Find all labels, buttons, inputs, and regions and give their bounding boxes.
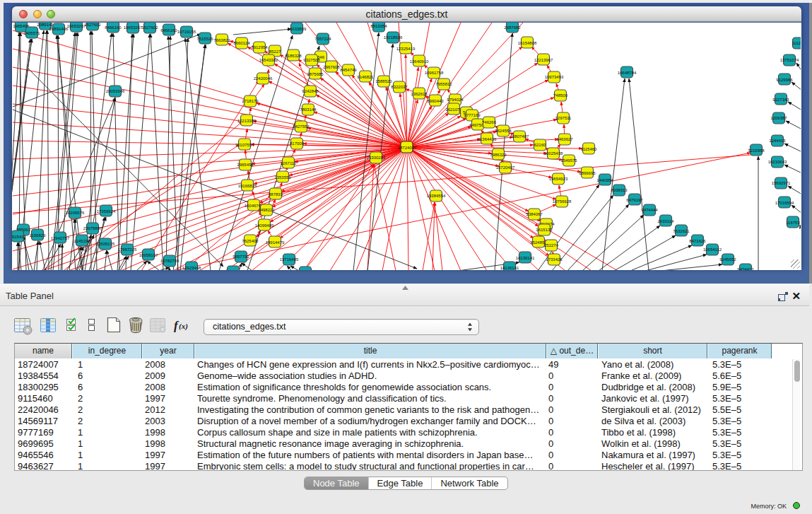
svg-text:8938913: 8938913 (611, 188, 628, 192)
svg-text:817008: 817008 (290, 141, 305, 146)
svg-text:1297511: 1297511 (555, 116, 572, 120)
svg-text:9146821: 9146821 (357, 75, 374, 79)
svg-text:6899695: 6899695 (579, 171, 596, 175)
svg-text:8912954: 8912954 (251, 45, 268, 49)
svg-text:2933114: 2933114 (658, 219, 675, 223)
svg-text:13640910: 13640910 (410, 59, 429, 64)
svg-text:21364436: 21364436 (478, 137, 497, 141)
svg-text:1440954: 1440954 (596, 178, 613, 182)
svg-text:(x): (x) (179, 322, 188, 331)
svg-text:8186328: 8186328 (285, 54, 302, 58)
svg-text:10719155: 10719155 (177, 30, 196, 34)
svg-text:10973493: 10973493 (545, 75, 564, 79)
svg-text:20891406: 20891406 (49, 27, 69, 31)
svg-text:8427552: 8427552 (293, 124, 310, 129)
svg-text:2718179: 2718179 (242, 99, 259, 103)
svg-text:17957225: 17957225 (118, 247, 137, 252)
svg-text:16782759: 16782759 (160, 259, 180, 263)
svg-text:12942757: 12942757 (51, 236, 70, 240)
svg-text:10653267: 10653267 (67, 24, 86, 28)
svg-text:85227: 85227 (269, 49, 281, 54)
svg-text:7632621: 7632621 (673, 229, 690, 233)
svg-text:1405571: 1405571 (23, 31, 40, 35)
svg-text:5384067: 5384067 (526, 212, 543, 216)
svg-text:6466160: 6466160 (160, 28, 177, 33)
svg-text:1965496: 1965496 (237, 163, 254, 167)
svg-text:13751074: 13751074 (780, 58, 799, 62)
svg-text:1244415: 1244415 (769, 139, 786, 143)
svg-text:7663822: 7663822 (213, 38, 230, 42)
svg-text:8466160: 8466160 (105, 25, 122, 30)
svg-text:252274: 252274 (544, 243, 559, 247)
svg-text:12923448: 12923448 (182, 266, 201, 270)
svg-text:7803144: 7803144 (300, 107, 317, 112)
svg-text:8471626: 8471626 (689, 239, 706, 243)
svg-text:1463627: 1463627 (556, 137, 573, 141)
svg-text:111243: 111243 (792, 41, 801, 45)
svg-text:14914479: 14914479 (266, 240, 285, 245)
svg-text:9129966: 9129966 (776, 78, 793, 82)
svg-text:7955812: 7955812 (435, 82, 452, 86)
svg-text:12213967: 12213967 (534, 58, 553, 62)
svg-text:16648784: 16648784 (618, 71, 637, 75)
svg-text:9242848: 9242848 (302, 89, 319, 93)
svg-text:12325419: 12325419 (396, 47, 416, 51)
svg-text:10653267: 10653267 (124, 25, 143, 30)
svg-text:10961758: 10961758 (425, 71, 444, 75)
svg-text:10654112: 10654112 (703, 247, 722, 252)
svg-text:14136141: 14136141 (500, 266, 519, 270)
svg-text:16033809: 16033809 (288, 27, 307, 31)
svg-text:15692971: 15692971 (772, 181, 791, 185)
svg-text:9794024: 9794024 (447, 98, 464, 102)
svg-text:9227343: 9227343 (772, 98, 789, 102)
svg-text:10756928: 10756928 (553, 199, 572, 204)
svg-text:16543382: 16543382 (259, 58, 278, 62)
svg-text:3915411: 3915411 (12, 235, 26, 239)
svg-text:16154808: 16154808 (518, 41, 537, 45)
svg-text:20053346: 20053346 (106, 89, 125, 93)
svg-text:1156829: 1156829 (30, 233, 47, 238)
svg-text:1615132: 1615132 (536, 228, 553, 232)
svg-text:14099489: 14099489 (255, 223, 274, 228)
svg-text:19654923: 19654923 (549, 177, 568, 181)
svg-text:17359924: 17359924 (97, 209, 116, 214)
svg-text:2967608: 2967608 (323, 65, 340, 69)
svg-text:22420046: 22420046 (254, 76, 273, 81)
svg-text:12213389: 12213389 (237, 119, 257, 123)
svg-text:15720407: 15720407 (496, 165, 515, 170)
svg-text:14136141: 14136141 (516, 256, 535, 260)
svg-text:7986322: 7986322 (490, 153, 507, 157)
svg-text:3215958: 3215958 (748, 148, 765, 153)
svg-text:8660124: 8660124 (233, 41, 250, 45)
svg-text:1353559: 1353559 (274, 175, 291, 180)
svg-text:10958107: 10958107 (139, 253, 158, 257)
svg-text:10025438: 10025438 (544, 151, 563, 156)
svg-text:1145194: 1145194 (74, 239, 91, 243)
svg-text:9327508: 9327508 (303, 58, 320, 62)
svg-text:17016504: 17016504 (775, 201, 794, 205)
svg-text:62160: 62160 (534, 143, 546, 147)
svg-text:10107554: 10107554 (235, 143, 254, 147)
svg-text:19166825: 19166825 (238, 184, 257, 188)
svg-text:9245652: 9245652 (719, 257, 736, 262)
svg-text:1527602: 1527602 (84, 23, 101, 27)
svg-text:1549575: 1549575 (560, 158, 577, 163)
svg-text:9115460: 9115460 (581, 147, 598, 151)
svg-text:10807487: 10807487 (510, 134, 529, 139)
svg-text:3875685: 3875685 (307, 72, 324, 76)
svg-text:19218506: 19218506 (384, 35, 403, 40)
svg-text:1209387: 1209387 (770, 116, 787, 120)
svg-text:7515526: 7515526 (196, 37, 213, 41)
svg-text:3624554: 3624554 (495, 129, 512, 133)
svg-text:1362615: 1362615 (411, 92, 428, 96)
svg-text:19384554: 19384554 (427, 194, 446, 198)
svg-text:20206576: 20206576 (66, 211, 85, 215)
svg-text:8322037: 8322037 (391, 85, 408, 89)
svg-text:1527602: 1527602 (141, 25, 158, 30)
svg-text:7625402: 7625402 (242, 239, 259, 243)
svg-text:13716485: 13716485 (280, 257, 299, 262)
svg-text:9474412: 9474412 (737, 267, 754, 270)
svg-text:6479197: 6479197 (626, 198, 643, 202)
svg-text:116753: 116753 (786, 221, 800, 225)
svg-text:748500: 748500 (553, 93, 568, 98)
